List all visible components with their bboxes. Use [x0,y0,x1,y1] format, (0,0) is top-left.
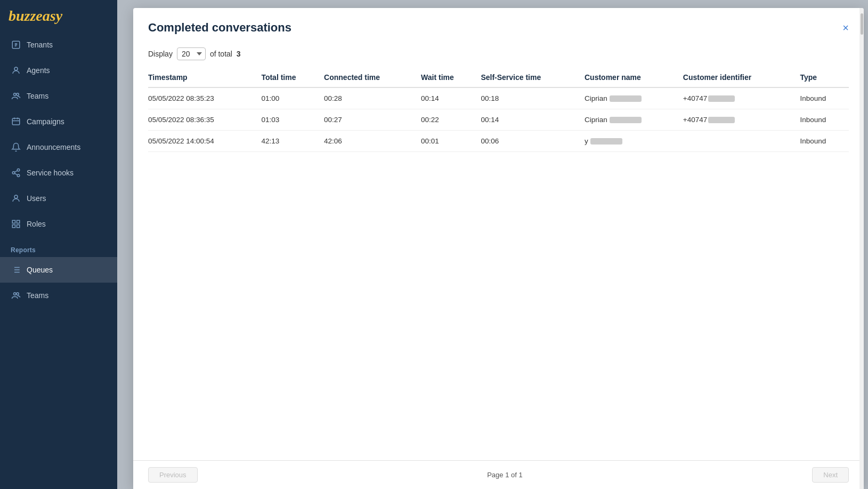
modal-table-wrap: Timestamp Total time Connected time Wait… [133,68,864,460]
col-self-service-time: Self-Service time [481,68,585,87]
modal-header: Completed conversations × [133,8,864,43]
campaigns-icon [11,116,21,127]
page-indicator: Page 1 of 1 [487,471,523,479]
teams-icon [11,91,21,101]
col-total-time: Total time [261,68,324,87]
teams-reports-icon [11,290,21,301]
cell-connected-time: 00:28 [324,87,421,109]
svg-point-1 [14,67,18,70]
svg-line-8 [14,173,17,175]
sidebar-item-announcements-label: Announcements [27,143,80,151]
modal-scrollbar[interactable] [859,8,864,489]
col-timestamp: Timestamp [148,68,261,87]
cell-total-time: 01:00 [261,87,324,109]
sidebar-item-tenants-label: Tenants [27,41,53,49]
svg-line-9 [14,171,17,172]
cell-type: Inbound [800,109,849,131]
col-customer-name: Customer name [585,68,683,87]
sidebar-item-teams-label: Teams [27,92,48,100]
sidebar-item-queues[interactable]: Queues [0,257,117,283]
cell-customer-identifier [683,131,800,152]
queues-icon [11,264,21,275]
svg-rect-12 [17,220,20,223]
svg-point-22 [17,293,19,295]
cell-type: Inbound [800,87,849,109]
svg-rect-11 [12,220,15,223]
cell-customer-name: Ciprian [585,87,683,109]
col-type: Type [800,68,849,87]
cell-customer-identifier: +40747 [683,109,800,131]
modal-title: Completed conversations [148,21,291,35]
cell-connected-time: 42:06 [324,131,421,152]
modal-completed-conversations: Completed conversations × Display 10 20 … [133,8,864,489]
sidebar-item-campaigns[interactable]: Campaigns [0,109,117,134]
sidebar-item-users-label: Users [27,194,46,203]
sidebar-item-roles[interactable]: Roles [0,211,117,237]
sidebar-nav: Tenants Agents Teams Campaigns Announcem… [0,32,117,489]
display-select[interactable]: 10 20 50 100 [177,47,206,60]
cell-customer-name: y [585,131,683,152]
sidebar-item-tenants[interactable]: Tenants [0,32,117,58]
cell-self-service-time: 00:18 [481,87,585,109]
col-customer-identifier: Customer identifier [683,68,800,87]
sidebar: buzzeasy Tenants Agents Teams Campaigns [0,0,117,489]
total-count: 3 [237,50,241,58]
cell-total-time: 42:13 [261,131,324,152]
cell-self-service-time: 00:14 [481,109,585,131]
sidebar-item-service-hooks-label: Service hooks [27,169,74,177]
svg-point-6 [12,172,15,174]
sidebar-item-service-hooks[interactable]: Service hooks [0,160,117,186]
cell-connected-time: 00:27 [324,109,421,131]
modal-scrollbar-thumb [861,13,863,35]
total-label: of total 3 [210,50,241,58]
modal-toolbar: Display 10 20 50 100 of total 3 [133,43,864,68]
sidebar-item-teams-reports[interactable]: Teams [0,283,117,308]
logo-area: buzzeasy [0,0,117,32]
svg-rect-4 [12,118,20,125]
svg-point-3 [17,93,19,96]
next-button[interactable]: Next [812,467,849,483]
cell-wait-time: 00:01 [421,131,481,152]
svg-point-10 [14,195,18,198]
display-label: Display [148,50,173,58]
conversations-table: Timestamp Total time Connected time Wait… [148,68,849,152]
sidebar-item-users[interactable]: Users [0,186,117,211]
svg-rect-13 [12,225,15,228]
table-row: 05/05/2022 08:36:3501:0300:2700:2200:14C… [148,109,849,131]
main-area: Completed conversations × Display 10 20 … [117,0,868,489]
cell-self-service-time: 00:06 [481,131,585,152]
cell-wait-time: 00:14 [421,87,481,109]
roles-icon [11,219,21,229]
col-wait-time: Wait time [421,68,481,87]
previous-button[interactable]: Previous [148,467,198,483]
svg-rect-14 [17,225,20,228]
sidebar-item-announcements[interactable]: Announcements [0,134,117,160]
table-row: 05/05/2022 14:00:5442:1342:0600:0100:06y… [148,131,849,152]
sidebar-item-queues-label: Queues [27,266,53,274]
sidebar-item-agents-label: Agents [27,66,50,75]
svg-point-21 [14,293,17,295]
tenants-icon [11,39,21,50]
cell-timestamp: 05/05/2022 08:36:35 [148,109,261,131]
svg-point-2 [14,93,17,96]
service-hooks-icon [11,167,21,178]
sidebar-item-teams[interactable]: Teams [0,83,117,109]
cell-customer-identifier: +40747 [683,87,800,109]
users-icon [11,193,21,204]
cell-wait-time: 00:22 [421,109,481,131]
cell-timestamp: 05/05/2022 14:00:54 [148,131,261,152]
cell-type: Inbound [800,131,849,152]
agents-icon [11,65,21,76]
sidebar-item-roles-label: Roles [27,220,46,228]
modal-close-button[interactable]: × [842,22,849,33]
sidebar-item-campaigns-label: Campaigns [27,117,64,126]
reports-section-label: Reports [0,237,117,257]
svg-point-7 [17,174,20,177]
col-connected-time: Connected time [324,68,421,87]
sidebar-item-agents[interactable]: Agents [0,58,117,83]
sidebar-item-teams-reports-label: Teams [27,291,48,300]
cell-timestamp: 05/05/2022 08:35:23 [148,87,261,109]
cell-total-time: 01:03 [261,109,324,131]
app-logo: buzzeasy [9,7,62,24]
table-row: 05/05/2022 08:35:2301:0000:2800:1400:18C… [148,87,849,109]
